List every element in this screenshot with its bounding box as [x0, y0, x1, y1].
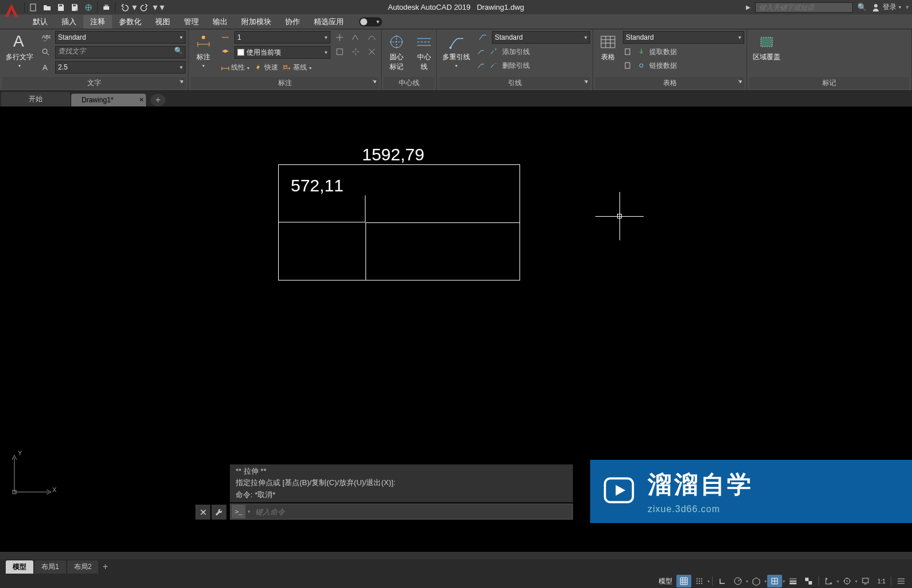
svg-rect-35: [805, 578, 809, 581]
dim-tool6-icon[interactable]: [365, 45, 379, 58]
dim-tool5-icon[interactable]: [349, 45, 363, 58]
dim-scale-dropdown[interactable]: 1: [234, 31, 330, 44]
panel-title-table[interactable]: 表格: [595, 77, 744, 89]
panel-title-text[interactable]: 文字: [2, 77, 186, 89]
menu-parametric[interactable]: 参数化: [112, 15, 148, 29]
menu-view[interactable]: 视图: [148, 15, 177, 29]
centerline-button[interactable]: 中心线: [411, 30, 437, 74]
customize-icon[interactable]: [894, 575, 909, 587]
plot-icon[interactable]: [100, 1, 113, 14]
wipeout-button[interactable]: 区域覆盖: [749, 30, 784, 64]
find-icon[interactable]: [39, 46, 53, 59]
grid-icon[interactable]: [676, 575, 691, 587]
remove-leader-button[interactable]: − 删除引线: [476, 59, 590, 72]
text-style-dropdown[interactable]: Standard: [55, 31, 186, 44]
workspace-icon[interactable]: [840, 575, 855, 587]
layout-tab-model[interactable]: 模型: [6, 560, 33, 574]
transparency-icon[interactable]: [801, 575, 816, 587]
add-leader-button[interactable]: + 添加引线: [476, 45, 590, 58]
cmd-close-icon[interactable]: ✕: [195, 505, 210, 520]
status-model-label[interactable]: 模型: [655, 577, 676, 586]
menu-manage[interactable]: 管理: [177, 15, 206, 29]
redo-icon[interactable]: [138, 1, 151, 14]
osnap-icon[interactable]: [767, 575, 782, 587]
centermark-button[interactable]: 圆心 标记: [384, 30, 409, 74]
scale-icon[interactable]: [821, 575, 836, 587]
table-button[interactable]: 表格: [595, 30, 621, 64]
close-icon[interactable]: ✕: [139, 97, 144, 103]
play-icon[interactable]: ▶: [746, 4, 751, 10]
command-area: ** 拉伸 ** 指定拉伸点或 [基点(B)/复制(C)/放弃(U)/退出(X)…: [230, 464, 573, 520]
dim-continue-button[interactable]: 基线: [280, 61, 314, 74]
menu-insert[interactable]: 插入: [55, 15, 83, 29]
dim-tool2-icon[interactable]: [349, 31, 363, 44]
annomonitor-icon[interactable]: [858, 575, 873, 587]
undo-icon[interactable]: [118, 1, 130, 14]
web-save-icon[interactable]: [82, 1, 95, 14]
table-style-dropdown[interactable]: Standard: [623, 31, 744, 44]
scale-icon[interactable]: A: [39, 61, 53, 74]
menu-featured[interactable]: 精选应用: [307, 15, 351, 29]
text-height-dropdown[interactable]: 2.5: [55, 61, 186, 74]
ucs-icon: Y X: [9, 452, 55, 500]
new-icon[interactable]: [27, 1, 40, 14]
search-input[interactable]: [755, 2, 853, 13]
binoculars-icon[interactable]: 🔍: [857, 3, 867, 11]
saveas-icon[interactable]: [68, 1, 81, 14]
add-tab-button[interactable]: +: [151, 94, 166, 106]
dim-layer-dropdown[interactable]: 使用当前项: [234, 46, 330, 59]
find-text-input[interactable]: 查找文字🔍: [55, 46, 186, 59]
ribbon-collapse[interactable]: ▾: [376, 18, 379, 25]
layout-add-button[interactable]: +: [99, 561, 111, 572]
mleader-button[interactable]: 多重引线 ▾: [439, 30, 474, 71]
dim-tool3-icon[interactable]: [365, 31, 379, 44]
snap-icon[interactable]: [692, 575, 707, 587]
leader-style-icon[interactable]: [476, 31, 490, 44]
menu-output[interactable]: 输出: [206, 15, 234, 29]
units-icon[interactable]: 1:1: [873, 575, 888, 587]
command-input[interactable]: [252, 508, 572, 516]
layout-tab-1[interactable]: 布局1: [34, 560, 66, 574]
lineweight-icon[interactable]: [786, 575, 801, 587]
dim-tool4-icon[interactable]: [333, 45, 347, 58]
dim-tool1-icon[interactable]: [333, 31, 347, 44]
undo-dropdown[interactable]: ▾: [132, 1, 137, 14]
ortho-icon[interactable]: [715, 575, 730, 587]
panel-title-leader[interactable]: 引线: [439, 77, 590, 89]
tab-drawing1[interactable]: Drawing1*✕: [71, 94, 146, 106]
isodraft-icon[interactable]: [749, 575, 764, 587]
spellcheck-icon[interactable]: ABC: [39, 31, 53, 44]
cmd-wrench-icon[interactable]: [211, 505, 226, 520]
panel-leader: 多重引线 ▾ Standard + 添加引线 − 删除引线: [437, 29, 593, 90]
leader-style-dropdown[interactable]: Standard: [492, 31, 590, 44]
open-icon[interactable]: [41, 1, 53, 14]
tab-start[interactable]: 开始: [1, 92, 70, 106]
svg-rect-39: [863, 578, 868, 583]
dim-quick-button[interactable]: 快速: [252, 61, 280, 74]
menu-collab[interactable]: 协作: [278, 15, 307, 29]
cmd-dropdown-icon[interactable]: ▾: [247, 509, 252, 514]
minimize-icon[interactable]: ▾: [906, 3, 909, 11]
panel-title-dim[interactable]: 标注: [191, 77, 379, 89]
layout-tab-2[interactable]: 布局2: [67, 560, 99, 574]
link-button[interactable]: 链接数据: [623, 59, 744, 72]
login-button[interactable]: 登录 ▾: [871, 2, 901, 12]
cmd-prompt-icon[interactable]: >_: [232, 505, 245, 518]
dim-layer-icon[interactable]: [218, 46, 232, 59]
menu-default[interactable]: 默认: [26, 15, 55, 29]
menu-annotate[interactable]: 注释: [83, 15, 112, 29]
dim-scale-icon[interactable]: [218, 31, 232, 44]
qat-more[interactable]: ▾: [159, 1, 165, 14]
cmd-tools: ✕: [195, 505, 226, 520]
polar-icon[interactable]: [730, 575, 745, 587]
command-history: ** 拉伸 ** 指定拉伸点或 [基点(B)/复制(C)/放弃(U)/退出(X)…: [230, 464, 573, 502]
extract-button[interactable]: 提取数据: [623, 45, 744, 58]
dim-linear-button[interactable]: 线性: [218, 61, 252, 74]
menu-addin[interactable]: 附加模块: [234, 15, 278, 29]
redo-dropdown[interactable]: ▾: [152, 1, 158, 14]
dimension-button[interactable]: 标注 ▾: [191, 30, 216, 71]
app-logo[interactable]: [1, 0, 21, 20]
drawing-canvas[interactable]: 1592,79 572,11 Y X ✕ ** 拉伸 ** 指定拉伸点或 [基点…: [0, 107, 912, 552]
save-icon[interactable]: [55, 1, 67, 14]
mtext-button[interactable]: A 多行文字 ▾: [2, 30, 37, 71]
